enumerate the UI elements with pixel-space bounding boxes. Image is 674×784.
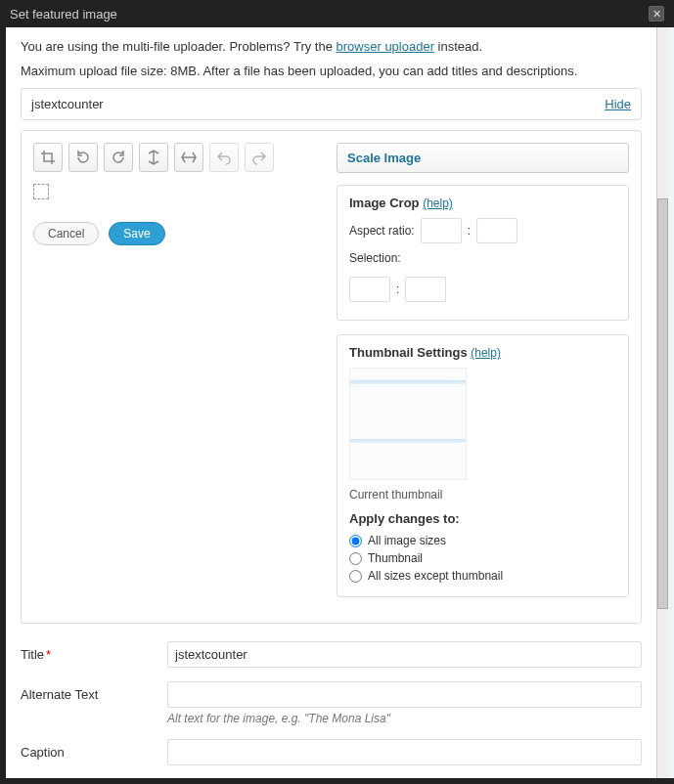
apply-all-label: All image sizes	[368, 534, 446, 547]
crop-title-text: Image Crop	[349, 196, 420, 210]
modal-body: You are using the multi-file uploader. P…	[6, 27, 656, 778]
aspect-width-input[interactable]	[421, 218, 462, 243]
caption-input[interactable]	[167, 739, 642, 765]
apply-thumb-radio[interactable]	[349, 552, 362, 565]
selection-label: Selection:	[349, 251, 401, 265]
title-row: Title*	[21, 641, 642, 668]
attachment-name: jstextcounter	[31, 97, 104, 111]
editor-left-column: Cancel Save	[33, 143, 317, 611]
image-preview-placeholder	[33, 184, 49, 199]
crop-icon[interactable]	[33, 143, 63, 172]
alt-row: Alternate Text Alt text for the image, e…	[21, 681, 642, 725]
editor-right-column: Scale Image Image Crop (help) Aspect rat…	[337, 143, 629, 611]
apply-except-thumbnail[interactable]: All sizes except thumbnail	[349, 569, 616, 583]
featured-image-modal: Set featured image ✕ You are using the m…	[0, 0, 674, 784]
apply-except-label: All sizes except thumbnail	[368, 569, 503, 583]
attachment-row: jstextcounter Hide	[21, 88, 642, 120]
image-editor: Cancel Save Scale Image Image Crop (help…	[21, 130, 642, 624]
current-thumbnail-preview	[349, 368, 467, 480]
scrollbar-thumb[interactable]	[657, 198, 668, 609]
scale-image-button[interactable]: Scale Image	[337, 143, 629, 173]
uploader-intro: You are using the multi-file uploader. P…	[21, 39, 642, 54]
editor-toolbar	[33, 143, 317, 172]
selection-width-input[interactable]	[349, 277, 390, 302]
background-page-sliver	[668, 27, 674, 778]
attachment-fields: Title* Alternate Text Alt text for the i…	[21, 641, 642, 778]
ratio-colon: :	[468, 224, 471, 238]
undo-icon[interactable]	[209, 143, 239, 172]
thumb-title-text: Thumbnail Settings	[349, 345, 468, 360]
apply-thumb-label: Thumbnail	[368, 551, 423, 565]
intro-prefix: You are using the multi-file uploader. P…	[21, 39, 337, 54]
crop-help-link[interactable]: (help)	[423, 196, 453, 210]
modal-title: Set featured image	[10, 7, 117, 22]
redo-icon[interactable]	[245, 143, 274, 172]
aspect-ratio-row: Aspect ratio: :	[349, 218, 616, 243]
alt-label: Alternate Text	[21, 681, 167, 702]
editor-actions: Cancel Save	[33, 222, 317, 245]
save-button[interactable]: Save	[109, 222, 164, 245]
apply-all-radio[interactable]	[349, 535, 362, 547]
apply-thumbnail[interactable]: Thumbnail	[349, 551, 616, 565]
cancel-button[interactable]: Cancel	[33, 222, 99, 245]
rotate-ccw-icon[interactable]	[68, 143, 98, 172]
caption-row: Caption	[21, 739, 642, 765]
thumb-help-link[interactable]: (help)	[471, 346, 501, 360]
apply-except-radio[interactable]	[349, 570, 362, 583]
current-thumbnail-label: Current thumbnail	[349, 488, 616, 501]
apply-changes-label: Apply changes to:	[349, 511, 616, 526]
aspect-ratio-label: Aspect ratio:	[349, 224, 415, 238]
intro-suffix: instead.	[434, 39, 482, 54]
selection-height-input[interactable]	[405, 277, 446, 302]
selection-row: Selection: :	[349, 251, 616, 302]
scrollbar-track[interactable]	[656, 27, 668, 778]
alt-input[interactable]	[167, 681, 642, 708]
rotate-cw-icon[interactable]	[104, 143, 133, 172]
aspect-height-input[interactable]	[476, 218, 517, 243]
alt-hint: Alt text for the image, e.g. "The Mona L…	[167, 712, 642, 725]
thumbnail-settings-title: Thumbnail Settings (help)	[349, 345, 616, 360]
image-crop-title: Image Crop (help)	[349, 196, 616, 210]
hide-link[interactable]: Hide	[605, 97, 631, 111]
max-upload-note: Maximum upload file size: 8MB. After a f…	[21, 64, 642, 78]
flip-vertical-icon[interactable]	[139, 143, 168, 172]
caption-label: Caption	[21, 739, 167, 760]
title-label: Title*	[21, 641, 167, 662]
browser-uploader-link[interactable]: browser uploader	[337, 39, 434, 54]
thumbnail-settings-panel: Thumbnail Settings (help) Current thumbn…	[337, 334, 629, 597]
modal-header: Set featured image ✕	[0, 0, 674, 27]
flip-horizontal-icon[interactable]	[174, 143, 203, 172]
selection-colon: :	[396, 283, 399, 296]
apply-all-sizes[interactable]: All image sizes	[349, 534, 616, 547]
close-icon[interactable]: ✕	[649, 6, 664, 22]
image-crop-panel: Image Crop (help) Aspect ratio: : Select…	[337, 185, 629, 321]
title-input[interactable]	[167, 641, 642, 668]
